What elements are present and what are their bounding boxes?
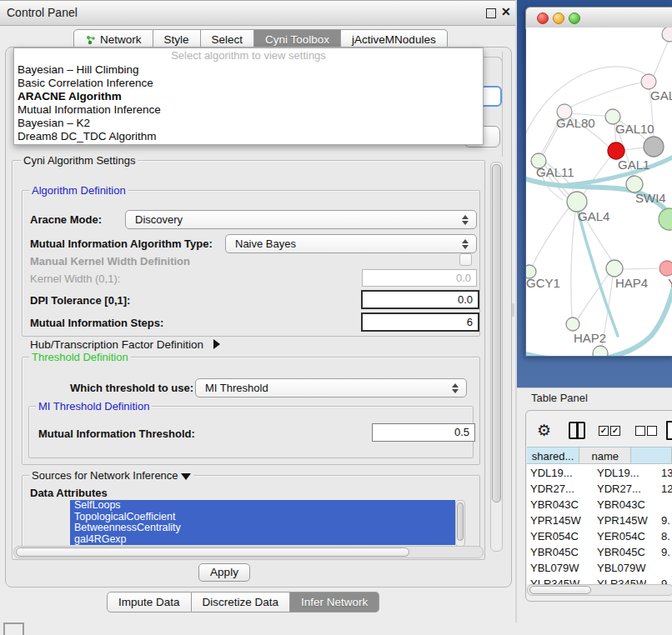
minimize-traffic-icon[interactable] <box>553 12 564 24</box>
network-edge[interactable] <box>532 208 569 267</box>
network-window-titlebar[interactable] <box>525 7 672 29</box>
aracne-mode-combo[interactable]: Discovery <box>125 210 477 229</box>
table-row[interactable]: YBR045CYBR045C9. <box>527 544 672 560</box>
network-node[interactable] <box>659 208 672 230</box>
checked-checkbox-icon[interactable]: ✓ <box>599 426 609 436</box>
manual-kernel-checkbox[interactable] <box>459 253 472 266</box>
bottom-tabbar: Impute DataDiscretize DataInfer Network <box>107 592 379 611</box>
column-header-name[interactable]: name <box>579 447 631 464</box>
network-node-y[interactable] <box>659 261 672 276</box>
algorithm-item-bayesian-k2[interactable]: Bayesian – K2 <box>14 117 483 130</box>
table-row[interactable]: YBR043CYBR043C <box>527 497 672 512</box>
algorithm-item-dream8-dc-tdc-algorithm[interactable]: Dream8 DC_TDC Algorithm <box>14 130 483 143</box>
mi-threshold-label: Mutual Information Threshold: <box>38 428 195 440</box>
settings-hscroll-track[interactable] <box>13 546 484 558</box>
mi-steps-field[interactable]: 6 <box>361 312 479 332</box>
mi-type-combo[interactable]: Naive Bayes <box>225 234 477 253</box>
attribute-list-vscroll-thumb[interactable] <box>457 502 464 541</box>
table-cell: 12 <box>661 481 672 497</box>
mi-type-value: Naive Bayes <box>235 235 296 252</box>
network-graph: GALGAL80GAL10GAL1GAL11SWI4GAL4GCY1HAP4YH… <box>526 28 672 356</box>
gear-icon[interactable]: ⚙ <box>537 422 551 438</box>
table-cell: 9. <box>661 576 670 584</box>
table-row[interactable]: YDL19...YDL19...13 <box>527 465 672 481</box>
apply-button[interactable]: Apply <box>198 563 250 582</box>
zoom-traffic-icon[interactable] <box>569 12 580 24</box>
which-threshold-combo[interactable]: MI Threshold <box>195 378 467 398</box>
tab-discretize-data[interactable]: Discretize Data <box>192 592 291 612</box>
table-row[interactable]: YER054CYER054C8. <box>527 528 672 544</box>
tab-infer-network[interactable]: Infer Network <box>290 592 379 612</box>
close-icon[interactable]: ✕ <box>501 5 511 18</box>
table-cell: YER054C <box>597 528 645 544</box>
column-header-shared[interactable]: shared... <box>527 447 579 464</box>
table-cell: YER054C <box>530 528 579 544</box>
network-canvas[interactable]: GALGAL80GAL10GAL1GAL11SWI4GAL4GCY1HAP4YH… <box>526 28 672 356</box>
network-edge[interactable] <box>654 39 669 76</box>
network-edge[interactable] <box>624 148 644 150</box>
network-edge[interactable] <box>571 212 575 318</box>
table-cell: 9. <box>661 512 670 528</box>
docked-panel-icon[interactable] <box>3 622 24 635</box>
aracne-mode-label: Aracne Mode: <box>30 213 102 226</box>
attribute-list-vscroll[interactable] <box>455 500 465 547</box>
network-edge[interactable] <box>569 82 643 108</box>
aracne-mode-value: Discovery <box>135 211 183 228</box>
attribute-item-selfloops[interactable]: SelfLoops <box>70 500 455 512</box>
network-node-hap2[interactable] <box>566 318 579 331</box>
network-node-gal1[interactable] <box>608 142 624 159</box>
mi-threshold-field[interactable]: 0.5 <box>372 423 475 442</box>
table-row[interactable]: YLR345WYLR345W9. <box>527 576 672 584</box>
table-panel-title: Table Panel <box>531 392 588 404</box>
table-hscroll-track[interactable] <box>527 584 672 596</box>
network-node-gal[interactable] <box>641 74 656 89</box>
network-node[interactable] <box>593 346 608 356</box>
settings-vscroll-track[interactable] <box>490 162 503 552</box>
node-table[interactable]: shared...name YDL19...YDL19...13YDR27...… <box>527 447 672 584</box>
node-label: GAL10 <box>615 122 654 136</box>
algorithm-definition-title: Algorithm Definition <box>29 184 128 197</box>
attribute-list[interactable]: SelfLoopsTopologicalCoefficientBetweenne… <box>70 500 455 545</box>
unchecked-checkbox-icon[interactable] <box>635 426 645 436</box>
table-row[interactable]: YPR145WYPR145W9. <box>527 512 672 528</box>
spinner-arrows-icon <box>452 383 459 393</box>
checked-checkbox-icon[interactable]: ✓ <box>610 426 620 436</box>
settings-hscroll-thumb[interactable] <box>16 548 409 557</box>
tab-label: Discretize Data <box>203 592 279 612</box>
network-node[interactable] <box>662 28 672 42</box>
document-icon[interactable] <box>666 421 672 440</box>
table-hscroll-thumb[interactable] <box>529 586 591 594</box>
hidden-group-corner <box>482 57 503 82</box>
float-window-icon[interactable] <box>486 8 496 18</box>
algorithm-item-bayesian-hill-climbing[interactable]: Bayesian – Hill Climbing <box>14 63 483 77</box>
algorithm-item-basic-correlation-inference[interactable]: Basic Correlation Inference <box>14 77 483 90</box>
hub-definition-toggle[interactable]: Hub/Transcription Factor Definition <box>30 338 220 351</box>
network-edge[interactable] <box>623 268 658 269</box>
network-node-hap4[interactable] <box>606 260 623 277</box>
settings-vscroll-thumb[interactable] <box>492 164 501 502</box>
column-header-col2[interactable] <box>631 447 672 464</box>
attribute-item-topologicalcoefficient[interactable]: TopologicalCoefficient <box>70 512 455 523</box>
which-threshold-value: MI Threshold <box>205 379 268 397</box>
attribute-item-gal4rgexp[interactable]: gal4RGexp <box>70 534 455 546</box>
kernel-width-field[interactable]: 0.0 <box>362 269 477 287</box>
network-node-swi4[interactable] <box>626 176 643 192</box>
attribute-item-betweennesscentrality[interactable]: BetweennessCentrality <box>70 522 455 534</box>
spinner-arrows-icon <box>462 215 469 225</box>
table-row[interactable]: YDR27...YDR27...12 <box>527 481 672 497</box>
tab-impute-data[interactable]: Impute Data <box>107 592 192 612</box>
algorithm-prompt: Select algorithm to view settings <box>14 48 483 63</box>
node-label: GAL11 <box>536 165 574 179</box>
table-cell: YBL079W <box>530 560 579 576</box>
tab-label: Impute Data <box>118 592 180 612</box>
close-traffic-icon[interactable] <box>537 12 549 24</box>
algorithm-item-aracne-algorithm[interactable]: ARACNE Algorithm <box>14 90 483 103</box>
split-columns-icon[interactable] <box>569 422 585 439</box>
sources-group-title[interactable]: Sources for Network Inference <box>29 469 193 482</box>
table-row[interactable]: YBL079WYBL079W <box>527 560 672 576</box>
node-label: GAL1 <box>618 158 649 172</box>
dpi-tolerance-field[interactable]: 0.0 <box>361 290 479 309</box>
network-node[interactable] <box>644 137 664 157</box>
algorithm-item-mutual-information-inference[interactable]: Mutual Information Inference <box>14 103 483 117</box>
unchecked-checkbox-icon[interactable] <box>647 426 657 436</box>
